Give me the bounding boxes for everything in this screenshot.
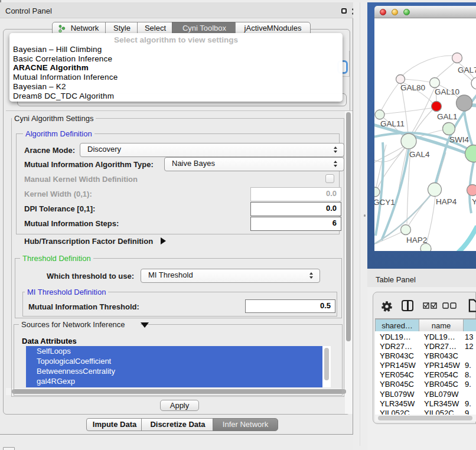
- svg-text:GAL1: GAL1: [437, 112, 458, 121]
- svg-text:HAP4: HAP4: [436, 197, 457, 206]
- svg-text:GAL11: GAL11: [380, 119, 405, 128]
- svg-text:GAL7: GAL7: [458, 66, 476, 74]
- svg-text:GCY1: GCY1: [374, 198, 395, 207]
- svg-text:GAL80: GAL80: [400, 83, 425, 92]
- svg-text:GAL10: GAL10: [435, 87, 459, 96]
- svg-text:HAP2: HAP2: [406, 236, 427, 244]
- svg-text:GAL4: GAL4: [409, 150, 430, 159]
- svg-text:Y: Y: [472, 197, 476, 206]
- svg-text:SWI4: SWI4: [449, 135, 469, 144]
